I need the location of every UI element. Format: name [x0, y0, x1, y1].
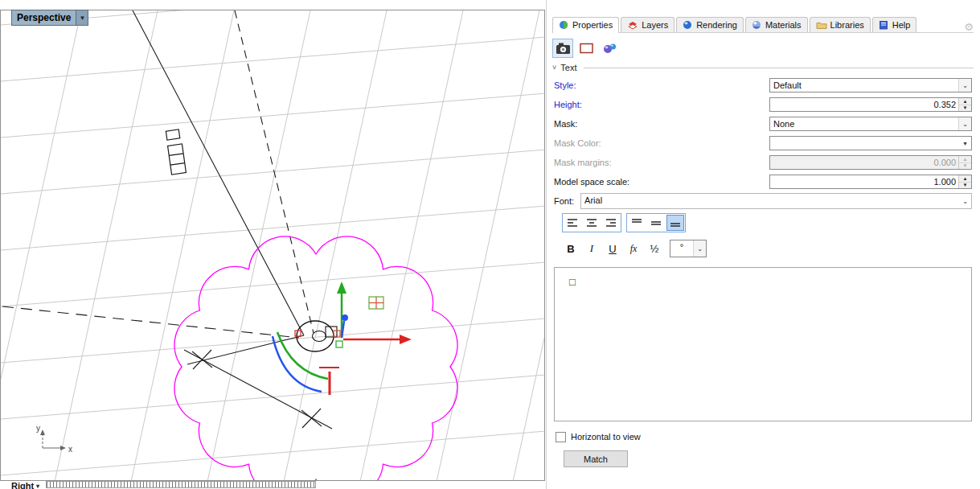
align-bottom-button[interactable] — [666, 215, 684, 231]
axis-x-label: x — [68, 445, 72, 454]
panel-tabstrip: Properties Layers Rendering Materials — [552, 16, 974, 33]
text-content-area[interactable]: □ — [554, 267, 972, 421]
italic-button[interactable]: I — [583, 240, 601, 257]
symbol-select[interactable]: ° ⌄ — [670, 240, 707, 257]
tab-rendering-label: Rendering — [696, 20, 737, 30]
gear-icon[interactable]: ⚙ — [964, 21, 974, 33]
mask-color-label: Mask Color: — [554, 138, 601, 148]
mask-select[interactable]: None ⌄ — [769, 117, 972, 131]
spin-up-icon: ▲ — [959, 156, 971, 163]
scale-handle-green[interactable] — [336, 341, 342, 347]
viewport-tab-caret-icon[interactable]: ▾ — [36, 483, 39, 489]
section-collapse-icon[interactable]: ˅ — [552, 64, 556, 72]
viewport-title-menu-icon[interactable]: ▼ — [76, 10, 88, 25]
horizontal-to-view-checkbox[interactable] — [556, 432, 566, 442]
align-right-button[interactable] — [602, 215, 620, 231]
font-value: Arial — [581, 194, 959, 208]
viewport-properties-button[interactable] — [552, 39, 573, 58]
tab-layers[interactable]: Layers — [621, 17, 675, 32]
tab-help-label: Help — [892, 20, 911, 30]
camera-icon — [556, 42, 571, 55]
field-row-style: Style: Default ⌄ — [552, 76, 974, 95]
height-spinner[interactable]: 0.352 ▲▼ — [769, 97, 972, 112]
materials-sphere-icon — [752, 20, 762, 30]
spheres-icon — [602, 42, 617, 55]
rectangle-icon — [579, 42, 594, 55]
viewport-tab-right[interactable]: Right ▾ — [0, 481, 39, 489]
layers-icon — [627, 20, 638, 30]
bold-button[interactable]: B — [562, 240, 580, 257]
mask-margins-spinner: 0.000 ▲▼ — [769, 155, 972, 170]
gumball-z-dot[interactable] — [342, 314, 348, 321]
properties-ball-icon — [559, 20, 569, 30]
style-label: Style: — [554, 80, 576, 90]
rendering-sphere-icon — [683, 20, 693, 30]
tab-help[interactable]: Help — [872, 17, 917, 32]
chevron-down-icon[interactable]: ⌄ — [693, 240, 706, 257]
model-space-scale-value[interactable]: 1.000 — [770, 175, 958, 188]
vertical-align-group — [626, 213, 686, 232]
height-value[interactable]: 0.352 — [770, 98, 958, 111]
model-space-scale-spinner[interactable]: 1.000 ▲▼ — [769, 175, 972, 189]
align-left-button[interactable] — [564, 215, 581, 231]
gumball-y-arrowhead[interactable] — [337, 281, 346, 294]
help-book-icon — [879, 20, 889, 30]
panel-divider — [546, 0, 547, 489]
horizontal-to-view-row: Horizontal to view — [556, 429, 972, 444]
field-row-mask-margins: Mask margins: 0.000 ▲▼ — [552, 153, 974, 172]
tab-properties-label: Properties — [572, 20, 613, 30]
gumball-x-arrowhead[interactable] — [400, 335, 412, 344]
spin-up-icon[interactable]: ▲ — [959, 98, 971, 105]
spin-down-icon[interactable]: ▼ — [959, 105, 971, 112]
mask-label: Mask: — [554, 119, 577, 129]
field-row-model-space-scale: Model space scale: 1.000 ▲▼ — [552, 172, 974, 191]
tab-materials[interactable]: Materials — [745, 17, 808, 32]
grid-lines — [1, 10, 544, 480]
chevron-down-icon[interactable]: ▾ — [959, 137, 971, 150]
viewport-canvas[interactable]: y x — [1, 10, 544, 480]
underline-button[interactable]: U — [604, 240, 621, 257]
viewport-title-bar[interactable]: Perspective ▼ — [11, 10, 88, 26]
mask-color-picker[interactable]: ▾ — [769, 136, 972, 150]
model-space-scale-label: Model space scale: — [554, 177, 629, 187]
horizontal-align-group — [562, 213, 621, 232]
chevron-down-icon[interactable]: ⌄ — [958, 117, 971, 130]
font-select[interactable]: Arial ⌄ — [580, 193, 972, 209]
horizontal-to-view-label: Horizontal to view — [571, 432, 641, 442]
viewport-perspective[interactable]: Perspective ▼ — [0, 10, 545, 481]
text-section-header[interactable]: ˅ Text — [552, 63, 974, 72]
alignment-toolbar — [552, 211, 974, 235]
align-middle-button[interactable] — [647, 215, 665, 231]
align-top-button[interactable] — [628, 215, 646, 231]
chevron-down-icon[interactable]: ⌄ — [959, 194, 971, 208]
tab-libraries-label: Libraries — [830, 20, 864, 30]
tab-rendering[interactable]: Rendering — [676, 17, 744, 32]
detail-rectangles[interactable] — [166, 129, 186, 175]
spin-down-icon: ▼ — [959, 163, 971, 170]
symbol-value: ° — [670, 240, 693, 257]
chevron-down-icon[interactable]: ⌄ — [958, 79, 971, 92]
field-row-mask-color: Mask Color: ▾ — [552, 134, 974, 153]
field-fx-button[interactable]: fx — [625, 240, 642, 257]
text-format-toolbar: B I U fx ½ ° ⌄ — [552, 235, 974, 262]
application-window: Perspective ▼ — [0, 0, 980, 489]
mask-margins-label: Mask margins: — [554, 158, 612, 167]
construction-lines[interactable] — [2, 10, 332, 429]
tab-properties[interactable]: Properties — [552, 17, 619, 33]
panel-toolbar — [552, 39, 974, 58]
spin-down-icon[interactable]: ▼ — [959, 183, 971, 189]
match-button[interactable]: Match — [564, 450, 628, 467]
spin-up-icon[interactable]: ▲ — [959, 175, 971, 183]
gumball-rotate-green-arc[interactable] — [277, 332, 328, 379]
hatch-square[interactable] — [369, 297, 383, 309]
object-properties-button[interactable] — [599, 39, 620, 58]
detail-properties-button[interactable] — [576, 39, 597, 58]
tab-layers-label: Layers — [642, 20, 668, 30]
properties-panel: ⚙ Properties Layers Rendering — [547, 0, 980, 489]
style-select[interactable]: Default ⌄ — [769, 78, 972, 92]
stack-fraction-button[interactable]: ½ — [646, 240, 663, 257]
align-center-button[interactable] — [583, 215, 601, 231]
tick-scrollbar[interactable] — [46, 481, 316, 488]
bottom-viewport-strip[interactable]: Right ▾ — [0, 481, 545, 489]
tab-libraries[interactable]: Libraries — [810, 17, 871, 32]
